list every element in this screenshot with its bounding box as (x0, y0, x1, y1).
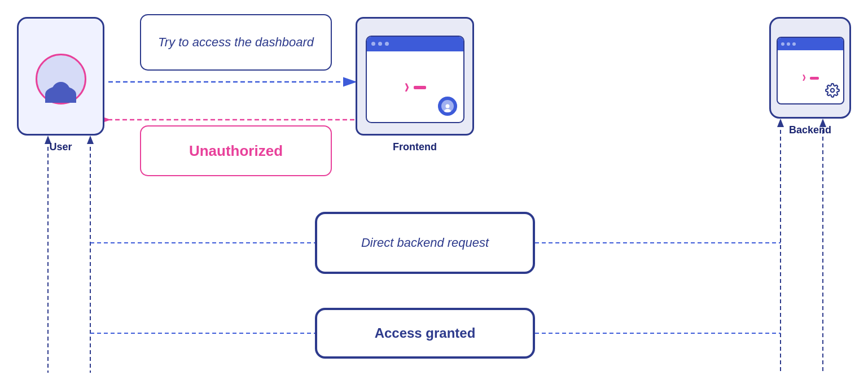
backend-chevron-icon: › (802, 69, 806, 85)
avatar-body (45, 86, 76, 103)
terminal-icon: › (404, 76, 426, 97)
try-access-box: Try to access the dashboard (140, 14, 332, 71)
frontend-browser: › (366, 36, 464, 123)
access-granted-text: Access granted (375, 325, 476, 341)
backend-dot-2 (787, 42, 790, 46)
backend-browser-body: › (778, 50, 843, 103)
browser-titlebar (367, 37, 463, 51)
frontend-label: Frontend (393, 141, 437, 153)
backend-dot-1 (781, 42, 784, 46)
browser-body: › (367, 51, 463, 122)
unauthorized-text: Unauthorized (189, 142, 283, 160)
browser-dot-3 (385, 42, 389, 46)
svg-point-5 (444, 109, 451, 112)
unauthorized-box: Unauthorized (140, 125, 332, 176)
backend-device-card: › Backend (769, 17, 851, 136)
svg-point-4 (445, 104, 449, 108)
avatar-inner (37, 55, 85, 103)
browser-dot-2 (378, 42, 382, 46)
frontend-device-card: › Frontend (356, 17, 474, 153)
user-badge-icon (443, 103, 452, 112)
user-label: User (49, 141, 72, 153)
backend-terminal-icon: › (801, 69, 819, 85)
avatar (36, 54, 86, 104)
backend-label: Backend (789, 124, 831, 136)
diagram-container: User › (0, 0, 868, 388)
terminal-dash (414, 86, 426, 89)
frontend-phone: › (356, 17, 474, 136)
user-phone (17, 17, 104, 136)
access-granted-box: Access granted (315, 308, 535, 359)
user-badge (436, 95, 459, 117)
backend-browser: › (777, 37, 844, 104)
browser-dot-1 (371, 42, 375, 46)
direct-request-box: Direct backend request (315, 212, 535, 274)
svg-point-6 (830, 89, 834, 93)
user-device-card: User (17, 17, 104, 153)
backend-browser-titlebar (778, 38, 843, 50)
backend-terminal-dash (810, 77, 819, 80)
user-badge-inner (441, 100, 454, 112)
gear-icon (825, 83, 840, 100)
try-access-text: Try to access the dashboard (147, 34, 325, 51)
chevron-icon: › (405, 76, 409, 97)
backend-dot-3 (792, 42, 796, 46)
direct-request-text: Direct backend request (361, 234, 489, 251)
backend-phone: › (769, 17, 851, 119)
